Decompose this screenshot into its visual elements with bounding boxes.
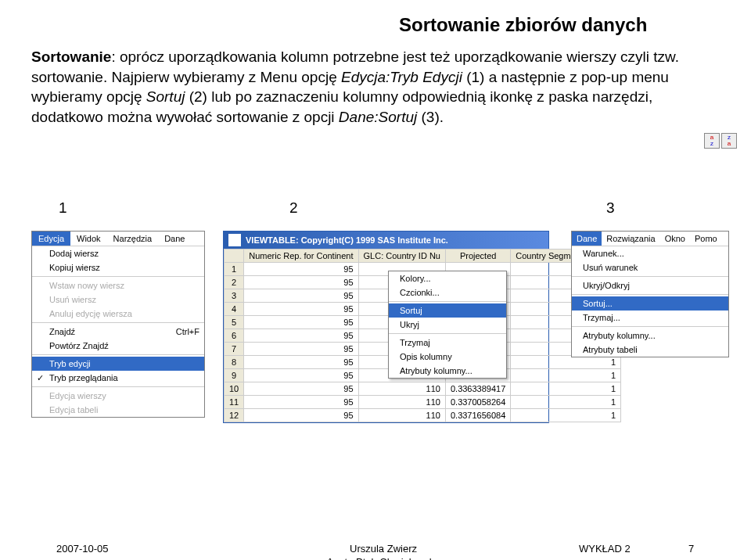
sort-desc-icon[interactable]: za	[721, 133, 737, 149]
menu-item[interactable]: Dodaj wiersz	[32, 246, 204, 260]
context-menu-item[interactable]: Opis kolumny	[389, 350, 506, 364]
para-i1: Edycja:Tryb Edycji	[341, 69, 462, 85]
menubar-3: Dane Rozwiązania Okno Pomo	[572, 232, 728, 246]
window-title: VIEWTABLE: Copyright(C) 1999 SAS Institu…	[246, 235, 448, 245]
menu-item[interactable]: Sortuj...	[572, 296, 728, 311]
menu-item: Wstaw nowy wiersz	[32, 278, 204, 293]
intro-paragraph: Sortowanie: oprócz uporządkowania kolumn…	[31, 47, 720, 127]
app-icon	[228, 234, 241, 246]
column-header[interactable]: GLC: Country ID Nu	[358, 249, 445, 263]
column-header[interactable]: Numeric Rep. for Continent	[244, 249, 358, 263]
para-t8: (3).	[417, 109, 444, 125]
menubar-item-widok[interactable]: Widok	[70, 232, 107, 246]
menubar-item-dane[interactable]: Dane	[158, 232, 191, 246]
menu-item: Edycja tabeli	[32, 403, 204, 417]
edit-menu: Edycja Widok Narzędzia Dane Dodaj wiersz…	[31, 231, 205, 418]
author-1: Urszula Zwierz	[297, 543, 469, 556]
column-header[interactable]: Projected	[445, 249, 510, 263]
menu-item[interactable]: Trzymaj...	[572, 311, 728, 325]
label-2: 2	[289, 199, 298, 217]
menu-item[interactable]: Ukryj/Odkryj	[572, 278, 728, 293]
para-bold: Sortowanie	[31, 48, 111, 65]
footer-lecture: WYKŁAD 2	[579, 543, 631, 555]
menubar3-item-okno[interactable]: Okno	[660, 232, 690, 246]
context-menu-item[interactable]: Trzymaj	[389, 336, 506, 350]
table-row[interactable]: 11951100.33700582641	[225, 396, 621, 409]
para-i3: Dane:Sortuj	[339, 109, 417, 125]
menu-item[interactable]: Kopiuj wiersz	[32, 260, 204, 275]
table-row[interactable]: 10951100.33633894171	[225, 382, 621, 396]
data-menu: Dane Rozwiązania Okno Pomo Warunek...Usu…	[571, 231, 729, 357]
menubar-1: Edycja Widok Narzędzia Dane	[32, 232, 204, 246]
menu-item[interactable]: Atrybuty tabeli	[572, 343, 728, 357]
menu-item[interactable]: ✓Tryb przeglądania	[32, 371, 204, 385]
footer-date: 2007-10-05	[56, 543, 109, 555]
viewtable-window: VIEWTABLE: Copyright(C) 1999 SAS Institu…	[223, 231, 549, 423]
sort-icons: az za	[704, 133, 737, 149]
para-i2: Sortuj	[146, 88, 185, 105]
menu-item: Usuń wiersz	[32, 293, 204, 307]
author-2: Aneta Ptak-Chmielewska	[297, 556, 469, 560]
menubar3-item-dane[interactable]: Dane	[572, 232, 602, 246]
menu-item: Anuluj edycję wiersza	[32, 307, 204, 321]
context-menu: Kolory...Czcionki...SortujUkryjTrzymajOp…	[388, 271, 507, 379]
menubar3-item-rozwiazania[interactable]: Rozwiązania	[602, 232, 659, 246]
context-menu-item[interactable]: Ukryj	[389, 318, 506, 332]
footer-authors: Urszula Zwierz Aneta Ptak-Chmielewska Wi…	[297, 543, 469, 560]
table-row[interactable]: 12951100.33716560841	[225, 409, 621, 422]
context-menu-item[interactable]: Kolory...	[389, 271, 506, 285]
titlebar: VIEWTABLE: Copyright(C) 1999 SAS Institu…	[224, 232, 548, 249]
context-menu-item[interactable]: Czcionki...	[389, 285, 506, 300]
context-menu-item[interactable]: Atrybuty kolumny...	[389, 364, 506, 378]
menubar-item-edycja[interactable]: Edycja	[32, 232, 70, 246]
menu-item[interactable]: Tryb edycji	[32, 357, 204, 371]
menu-item[interactable]: Atrybuty kolumny...	[572, 328, 728, 343]
footer-page: 7	[688, 543, 694, 555]
column-header[interactable]	[225, 249, 244, 263]
menu-item: Edycja wierszy	[32, 389, 204, 403]
sort-asc-icon[interactable]: az	[704, 133, 720, 149]
label-3: 3	[606, 199, 615, 217]
menu-item[interactable]: Usuń warunek	[572, 260, 728, 275]
menu-item[interactable]: Warunek...	[572, 246, 728, 260]
label-1: 1	[59, 199, 67, 217]
menu-item[interactable]: ZnajdźCtrl+F	[32, 325, 204, 339]
page-title: Sortowanie zbiorów danych	[399, 14, 647, 36]
context-menu-item[interactable]: Sortuj	[389, 303, 506, 318]
menu-item[interactable]: Powtórz Znajdź	[32, 339, 204, 353]
menubar-item-narzedzia[interactable]: Narzędzia	[107, 232, 159, 246]
menubar3-item-pomoc[interactable]: Pomo	[690, 232, 722, 246]
